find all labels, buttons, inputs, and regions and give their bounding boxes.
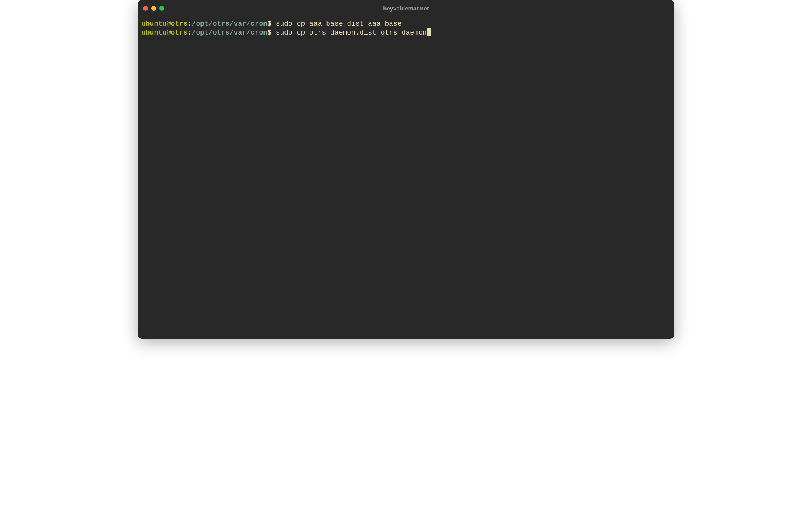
titlebar: heyvaldemar.net	[138, 0, 674, 16]
prompt-symbol: $	[267, 29, 272, 37]
terminal-line: ubuntu@otrs:/opt/otrs/var/cron$ sudo cp …	[141, 19, 671, 28]
zoom-button[interactable]	[159, 6, 164, 11]
terminal-line: ubuntu@otrs:/opt/otrs/var/cron$ sudo cp …	[141, 28, 671, 37]
prompt-symbol: $	[267, 20, 272, 28]
cursor-icon	[427, 28, 431, 36]
prompt-path: /opt/otrs/var/cron	[192, 29, 267, 37]
close-button[interactable]	[143, 6, 148, 11]
prompt-user-host: ubuntu@otrs	[141, 20, 188, 28]
traffic-lights	[143, 6, 164, 11]
window-title: heyvaldemar.net	[383, 5, 429, 12]
prompt-user-host: ubuntu@otrs	[141, 29, 188, 37]
prompt-colon: :	[188, 20, 192, 28]
command-text: sudo cp otrs_daemon.dist otrs_daemon	[272, 29, 427, 37]
minimize-button[interactable]	[151, 6, 156, 11]
terminal-body[interactable]: ubuntu@otrs:/opt/otrs/var/cron$ sudo cp …	[138, 16, 674, 339]
terminal-window: heyvaldemar.net ubuntu@otrs:/opt/otrs/va…	[138, 0, 674, 339]
prompt-path: /opt/otrs/var/cron	[192, 20, 267, 28]
command-text: sudo cp aaa_base.dist aaa_base	[272, 20, 402, 28]
prompt-colon: :	[188, 29, 192, 37]
